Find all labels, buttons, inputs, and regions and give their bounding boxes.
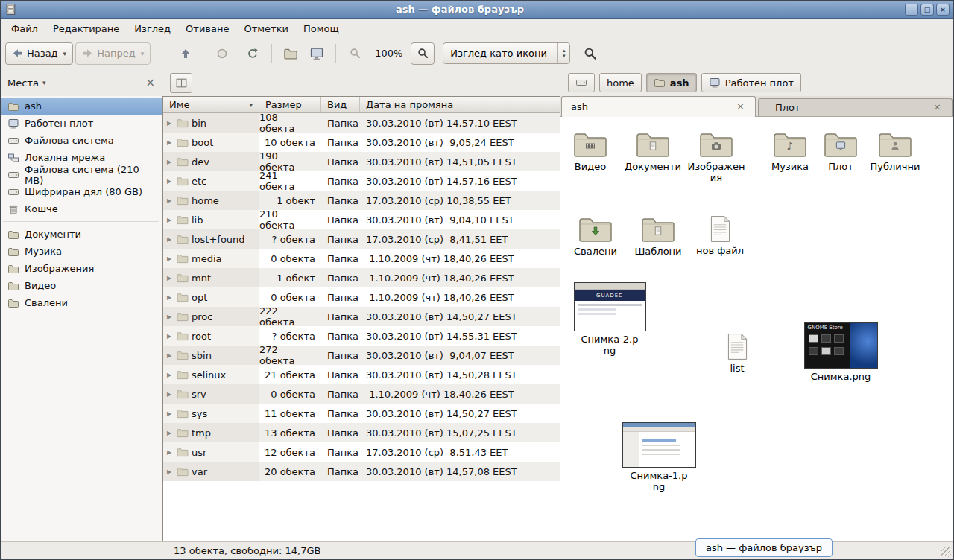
sidebar-dropdown-icon[interactable]: ▾ [42,79,46,86]
column-header-date[interactable]: Дата на промяна [360,97,560,113]
close-button[interactable]: × [936,4,950,16]
sidebar-item-video[interactable]: Видео [1,277,162,294]
table-row[interactable]: ▶ boot 10 обекта Папка 30.03.2010 (вт) 9… [163,133,560,152]
path-desktop-button[interactable]: Работен плот [701,73,801,92]
computer-button[interactable] [305,42,329,65]
spinner-arrows-icon[interactable]: ▴ ▾ [557,43,570,63]
tab-close-icon[interactable]: × [932,102,943,113]
maximize-button[interactable]: □ [920,4,934,16]
icon-item-pictures[interactable]: Изображения [686,129,746,183]
menu-file[interactable]: Файл [4,20,45,37]
sidebar-item-ash[interactable]: ash [1,98,162,115]
resize-grip[interactable] [941,547,951,557]
table-row[interactable]: ▶ sbin 272 обекта Папка 30.03.2010 (вт) … [163,346,560,365]
table-row[interactable]: ▶ dev 190 обекта Папка 30.03.2010 (вт) 1… [163,152,560,171]
menu-edit[interactable]: Редактиране [45,20,127,37]
icon-item-snimka-1[interactable]: Снимка-1.png [622,422,696,492]
expander-icon[interactable]: ▶ [167,372,174,378]
expander-icon[interactable]: ▶ [167,275,174,281]
sidebar-item-downloads[interactable]: Свалени [1,294,162,311]
table-row[interactable]: ▶ root ? обекта Папка 30.03.2010 (вт) 14… [163,326,560,346]
icon-item-snimka[interactable]: GNOME Store Снимка.png [803,322,878,382]
icon-item-public[interactable]: Публични [865,129,925,172]
path-ash-button[interactable]: ash [646,73,697,92]
icon-item-video[interactable]: Видео [560,129,620,172]
sidebar-item-documents[interactable]: Документи [1,226,162,243]
table-row[interactable]: ▶ tmp 13 обекта Папка 30.03.2010 (вт) 15… [163,423,560,442]
expander-icon[interactable]: ▶ [167,139,174,146]
reload-button[interactable] [241,42,265,65]
home-button[interactable] [279,42,303,65]
view-mode-select[interactable]: Изглед като икони ▴ ▾ [443,42,570,64]
table-row[interactable]: ▶ proc 222 обекта Папка 30.03.2010 (вт) … [163,307,560,326]
menu-view[interactable]: Изглед [127,20,178,37]
expander-icon[interactable]: ▶ [167,217,174,223]
table-row[interactable]: ▶ etc 241 обекта Папка 30.03.2010 (вт) 1… [163,171,560,191]
table-row[interactable]: ▶ opt 0 обекта Папка 1.10.2009 (чт) 18,4… [163,287,560,307]
column-header-size[interactable]: Размер [259,97,321,113]
back-button[interactable]: Назад ▾ [5,42,73,65]
expander-icon[interactable]: ▶ [167,430,174,436]
search-button[interactable] [578,42,602,65]
tab-desktop[interactable]: Плот × [758,98,953,116]
menu-help[interactable]: Помощ [296,20,347,37]
expander-icon[interactable]: ▶ [167,197,174,204]
path-home-button[interactable]: home [599,73,642,92]
minimize-button[interactable]: _ [905,4,918,16]
column-header-name[interactable]: Име ▾ [163,97,259,113]
sidebar-item-desktop[interactable]: Работен плот [1,115,162,132]
table-row[interactable]: ▶ selinux 21 обекта Папка 30.03.2010 (вт… [163,365,560,384]
stop-button[interactable] [210,42,234,65]
expander-icon[interactable]: ▶ [167,333,174,340]
icon-item-snimka-2[interactable]: GUADEC Снимка-2.png [572,282,647,356]
table-row[interactable]: ▶ lost+found ? обекта Папка 17.03.2010 (… [163,229,560,249]
zoom-out-button[interactable] [343,42,367,65]
expander-icon[interactable]: ▶ [167,314,174,320]
menu-go[interactable]: Отиване [178,20,236,37]
expander-icon[interactable]: ▶ [167,159,174,165]
icon-item-new-file[interactable]: нов файл [690,215,750,256]
back-dropdown-icon[interactable]: ▾ [63,50,67,57]
up-button[interactable] [174,42,198,65]
table-row[interactable]: ▶ usr 12 обекта Папка 17.03.2010 (ср) 8,… [163,442,560,462]
expander-icon[interactable]: ▶ [167,255,174,262]
table-row[interactable]: ▶ sys 11 обекта Папка 30.03.2010 (вт) 14… [163,404,560,423]
sidebar-title[interactable]: Места [7,77,39,89]
table-row[interactable]: ▶ bin 108 обекта Папка 30.03.2010 (вт) 1… [163,113,560,133]
expander-icon[interactable]: ▶ [167,468,174,475]
icon-item-desktop[interactable]: Плот [811,129,871,172]
expander-icon[interactable]: ▶ [167,120,174,127]
expander-icon[interactable]: ▶ [167,236,174,243]
expander-icon[interactable]: ▶ [167,294,174,301]
expander-icon[interactable]: ▶ [167,449,174,456]
icon-view[interactable]: Видео Документи Изображения [560,117,953,541]
sidebar-item-filesystem-210mb[interactable]: Файлова система (210 MB) [1,166,162,183]
forward-button[interactable]: Напред ▾ [75,42,151,65]
table-row[interactable]: ▶ media 0 обекта Папка 1.10.2009 (чт) 18… [163,249,560,268]
titlebar[interactable]: ash — файлов браузър _ □ × [1,1,953,19]
sidebar-item-music[interactable]: Музика [1,243,162,260]
menu-bookmarks[interactable]: Отметки [236,20,295,37]
icon-item-list[interactable]: list [707,333,767,374]
path-root-button[interactable] [568,73,595,92]
expander-icon[interactable]: ▶ [167,391,174,398]
expander-icon[interactable]: ▶ [167,178,174,185]
table-row[interactable]: ▶ srv 0 обекта Папка 1.10.2009 (чт) 18,4… [163,384,560,404]
column-header-type[interactable]: Вид [321,97,360,113]
tab-close-icon[interactable]: × [735,101,746,112]
icon-item-downloads[interactable]: Свалени [566,214,625,257]
sidebar-item-filesystem[interactable]: Файлова система [1,132,162,149]
icon-item-documents[interactable]: Документи [623,129,683,172]
table-row[interactable]: ▶ mnt 1 обект Папка 1.10.2009 (чт) 18,40… [163,268,560,287]
table-row[interactable]: ▶ home 1 обект Папка 17.03.2010 (ср) 10,… [163,191,560,210]
sidebar-item-encrypted-80gb[interactable]: Шифриран дял (80 GB) [1,183,162,200]
tab-ash[interactable]: ash × [561,96,756,117]
expander-icon[interactable]: ▶ [167,352,174,359]
table-row[interactable]: ▶ var 20 обекта Папка 30.03.2010 (вт) 14… [163,462,560,481]
sidebar-item-pictures[interactable]: Изображения [1,260,162,277]
location-toggle-button[interactable] [170,73,192,93]
expander-icon[interactable]: ▶ [167,410,174,417]
sidebar-close-icon[interactable]: × [145,77,155,89]
table-row[interactable]: ▶ lib 210 обекта Папка 30.03.2010 (вт) 9… [163,210,560,229]
sidebar-item-trash[interactable]: Кошче [1,200,162,217]
